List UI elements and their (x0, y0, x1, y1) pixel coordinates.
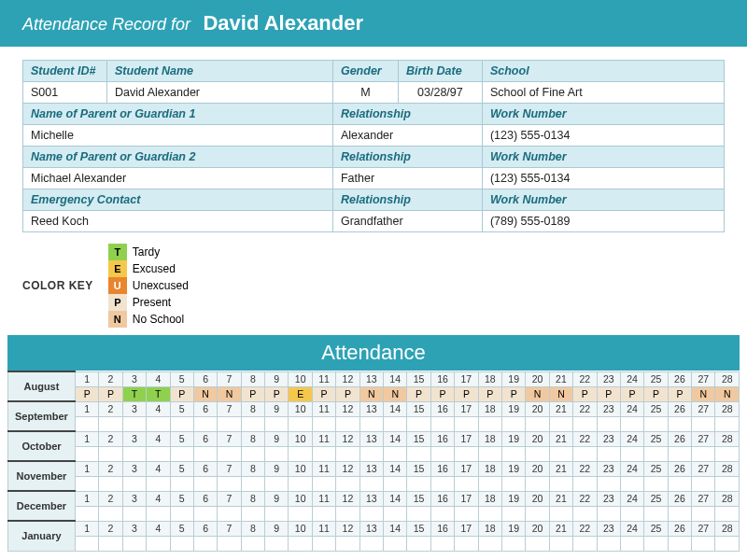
color-key: COLOR KEY TTardyEExcusedUUnexcusedPPrese… (0, 240, 747, 335)
attendance-cell (384, 416, 407, 431)
attendance-cell (75, 536, 98, 551)
day-number: 6 (193, 521, 217, 536)
guardian1-work-number: (123) 555-0134 (482, 125, 724, 147)
attendance-cell (715, 416, 740, 431)
attendance-cell (455, 536, 478, 551)
day-number: 22 (573, 491, 597, 506)
day-number: 3 (122, 461, 146, 476)
day-number: 18 (478, 401, 501, 416)
attendance-cell (549, 476, 572, 491)
day-number: 7 (218, 461, 241, 476)
attendance-cell (715, 476, 740, 491)
attendance-cell (549, 506, 572, 521)
attendance-cell: N (384, 386, 407, 401)
student-info-section: Student ID# Student Name Gender Birth Da… (0, 47, 747, 240)
month-label: January (8, 521, 76, 551)
day-number: 28 (715, 461, 740, 476)
day-number: 26 (668, 461, 691, 476)
day-number: 7 (218, 521, 241, 536)
color-key-swatch: E (108, 260, 127, 277)
day-number: 13 (359, 371, 383, 386)
day-number: 18 (478, 461, 501, 476)
color-key-swatch: U (108, 277, 127, 294)
attendance-cell (336, 446, 359, 461)
day-number: 18 (478, 491, 501, 506)
color-key-item: UUnexcused (108, 277, 189, 294)
attendance-cell (312, 506, 335, 521)
day-number: 22 (573, 461, 597, 476)
attendance-cell (620, 446, 643, 461)
day-number: 11 (312, 491, 335, 506)
attendance-cell: P (170, 386, 193, 401)
relationship-header-1: Relationship (332, 104, 482, 125)
day-number: 6 (193, 431, 217, 446)
header-student-name: David Alexander (203, 11, 363, 35)
school-header: School (482, 61, 724, 82)
attendance-cell (573, 536, 597, 551)
day-number: 28 (715, 371, 740, 386)
attendance-cell (147, 446, 170, 461)
day-number: 12 (336, 491, 359, 506)
attendance-cell (430, 416, 454, 431)
color-key-item: NNo School (108, 311, 189, 328)
attendance-cell (265, 476, 289, 491)
attendance-cell (430, 476, 454, 491)
day-number: 1 (75, 491, 98, 506)
day-number: 24 (620, 521, 643, 536)
day-number: 2 (99, 401, 122, 416)
day-number: 7 (218, 401, 241, 416)
color-key-swatch: T (108, 244, 127, 260)
attendance-cell (241, 476, 264, 491)
day-number: 19 (501, 521, 525, 536)
attendance-cell: T (122, 386, 146, 401)
attendance-cell (620, 416, 643, 431)
attendance-cell (715, 536, 740, 551)
day-number: 9 (265, 371, 289, 386)
attendance-cell: N (359, 386, 383, 401)
day-number: 13 (359, 521, 383, 536)
birthdate-header: Birth Date (398, 61, 482, 82)
attendance-cell (170, 476, 193, 491)
attendance-cell: N (692, 386, 715, 401)
day-number: 20 (526, 371, 549, 386)
day-number: 9 (265, 401, 289, 416)
attendance-cell (573, 446, 597, 461)
day-number: 15 (407, 521, 430, 536)
attendance-cell (241, 536, 264, 551)
attendance-cell (668, 506, 691, 521)
day-number: 13 (359, 431, 383, 446)
day-number: 7 (218, 431, 241, 446)
attendance-cell (526, 506, 549, 521)
attendance-cell (359, 446, 383, 461)
gender-value: M (332, 82, 398, 104)
attendance-cell (501, 446, 525, 461)
attendance-cell: N (526, 386, 549, 401)
attendance-cell (122, 476, 146, 491)
attendance-cell: N (549, 386, 572, 401)
attendance-cell (549, 446, 572, 461)
attendance-cell (75, 416, 98, 431)
attendance-cell: P (597, 386, 620, 401)
day-number: 15 (407, 461, 430, 476)
attendance-cell (193, 476, 217, 491)
day-number: 26 (668, 491, 691, 506)
attendance-cell (218, 536, 241, 551)
attendance-cell (668, 446, 691, 461)
day-number: 14 (384, 431, 407, 446)
student-id-header: Student ID# (23, 61, 107, 82)
color-key-item: EExcused (108, 260, 189, 277)
day-number: 2 (99, 491, 122, 506)
attendance-cell (289, 506, 312, 521)
day-number: 13 (359, 461, 383, 476)
attendance-cell (193, 416, 217, 431)
color-key-label: COLOR KEY (22, 279, 93, 292)
day-number: 13 (359, 491, 383, 506)
attendance-cell (455, 476, 478, 491)
day-number: 5 (170, 521, 193, 536)
day-number: 28 (715, 431, 740, 446)
attendance-cell: P (573, 386, 597, 401)
attendance-cell (407, 536, 430, 551)
day-number: 27 (692, 431, 715, 446)
attendance-cell (455, 416, 478, 431)
attendance-cell (122, 506, 146, 521)
